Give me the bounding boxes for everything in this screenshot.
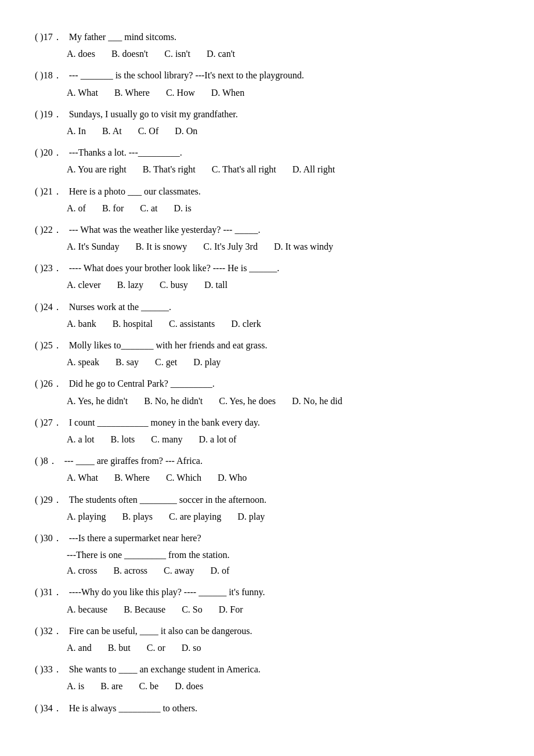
option-A: A. Yes, he didn't: [67, 393, 128, 409]
question-block: ( )18．--- _______ is the school library?…: [35, 67, 499, 100]
question-header: ( )25．: [35, 337, 62, 353]
option-A: A. playing: [67, 509, 106, 524]
question-header: ( )31．: [35, 584, 62, 600]
options-line: A. a lotB. lotsC. manyD. a lot of: [35, 431, 499, 447]
question-text: Sundays, I usually go to visit my grandf…: [69, 106, 238, 122]
option-A: A. a lot: [67, 431, 95, 447]
option-D: D. No, he did: [292, 393, 342, 409]
option-B: B. Where: [114, 85, 150, 100]
option-D: D. play: [193, 354, 221, 370]
option-C: C. It's July 3rd: [203, 239, 258, 254]
option-D: D. All right: [293, 161, 335, 177]
question-line: ( )33．She wants to ____ an exchange stud…: [35, 661, 499, 677]
question-text: I count ___________ money in the bank ev…: [69, 415, 260, 430]
question-block: ( )34．He is always _________ to others.: [35, 700, 499, 716]
option-A: A. because: [67, 602, 107, 617]
question-header: ( )24．: [35, 299, 62, 315]
question-header: ( )21．: [35, 183, 62, 199]
question-header: ( )20．: [35, 145, 62, 160]
option-A: A. and: [67, 640, 92, 656]
option-D: D. can't: [207, 46, 235, 62]
question-text: He is always _________ to others.: [69, 700, 197, 716]
question-block: ( )21．Here is a photo ___ our classmates…: [35, 183, 499, 216]
options-line: A. bankB. hospitalC. assistantsD. clerk: [35, 316, 499, 332]
option-D: D. so: [182, 640, 201, 656]
questions-container: ( )17．My father ___ mind sitcoms.A. does…: [35, 29, 499, 716]
question-line: ( )27．I count ___________ money in the b…: [35, 415, 499, 430]
option-B: B. plays: [122, 509, 153, 524]
option-B: B. No, he didn't: [144, 393, 203, 409]
option-C: C. many: [151, 431, 182, 447]
option-D: D. play: [237, 509, 265, 524]
question-text: --- What was the weather like yesterday?…: [69, 222, 261, 237]
question-text: --- ____ are giraffes from? --- Africa.: [64, 453, 203, 469]
question-text: Did he go to Central Park? _________.: [69, 376, 215, 391]
question-header: ( )30．: [35, 530, 62, 546]
option-A: A. clever: [67, 277, 101, 293]
question-line: ( )30．---Is there a supermarket near her…: [35, 530, 499, 546]
options-line: A. It's SundayB. It is snowyC. It's July…: [35, 239, 499, 254]
question-block: ( )24．Nurses work at the ______.A. bankB…: [35, 299, 499, 332]
question-header: ( )32．: [35, 623, 62, 639]
option-C: C. at: [140, 200, 157, 216]
option-C: C. get: [155, 354, 177, 370]
option-D: D. does: [175, 678, 203, 694]
options-line: A. doesB. doesn'tC. isn'tD. can't: [35, 46, 499, 62]
question-block: ( )19．Sundays, I usually go to visit my …: [35, 106, 499, 139]
option-C: C. Of: [138, 123, 159, 139]
option-B: B. hospital: [113, 316, 153, 332]
options-line: A. playingB. playsC. are playingD. play: [35, 509, 499, 524]
option-C: C. be: [139, 678, 158, 694]
option-B: B. for: [102, 200, 124, 216]
question-text: The students often ________ soccer in th…: [69, 492, 266, 507]
option-D: D. clerk: [231, 316, 261, 332]
option-A: A. is: [67, 678, 84, 694]
option-A: A. What: [67, 470, 98, 485]
option-B: B. Because: [124, 602, 165, 617]
question-line: ( )18．--- _______ is the school library?…: [35, 67, 499, 83]
option-A: A. of: [67, 200, 86, 216]
option-A: A. What: [67, 85, 98, 100]
options-line: A. WhatB. WhereC. HowD. When: [35, 85, 499, 100]
question-header: ( )34．: [35, 700, 62, 716]
option-C: C. How: [166, 85, 195, 100]
option-B: B. across: [113, 563, 147, 578]
options-line: A. andB. butC. orD. so: [35, 640, 499, 656]
question-header: ( )26．: [35, 376, 62, 391]
question-line: ( )29．The students often ________ soccer…: [35, 492, 499, 507]
option-B: B. but: [108, 640, 131, 656]
question-line: ( )25．Molly likes to_______ with her fri…: [35, 337, 499, 353]
options-line: A. becauseB. BecauseC. SoD. For: [35, 602, 499, 617]
option-D: D. When: [211, 85, 244, 100]
options-line: A. isB. areC. beD. does: [35, 678, 499, 694]
option-C: C. That's all right: [212, 161, 276, 177]
option-B: B. That's right: [143, 161, 196, 177]
option-B: B. It is snowy: [135, 239, 187, 254]
question-line: ( )22．--- What was the weather like yest…: [35, 222, 499, 237]
question-block: ( )17．My father ___ mind sitcoms.A. does…: [35, 29, 499, 62]
option-C: C. isn't: [164, 46, 190, 62]
question-block: ( )30．---Is there a supermarket near her…: [35, 530, 499, 579]
question-text: Molly likes to_______ with her friends a…: [69, 337, 268, 353]
question-block: ( )22．--- What was the weather like yest…: [35, 222, 499, 254]
option-D: D. is: [174, 200, 191, 216]
option-D: D. It was windy: [274, 239, 333, 254]
question-text: Here is a photo ___ our classmates.: [69, 183, 201, 199]
question-header: ( )33．: [35, 661, 62, 677]
option-C: C. assistants: [169, 316, 215, 332]
question-header: ( )23．: [35, 260, 62, 276]
question-line: ( )31．----Why do you like this play? ---…: [35, 584, 499, 600]
question-block: ( )25．Molly likes to_______ with her fri…: [35, 337, 499, 370]
options-line: A. WhatB. WhereC. WhichD. Who: [35, 470, 499, 485]
options-line: A. InB. AtC. OfD. On: [35, 123, 499, 139]
option-C: C. away: [164, 563, 194, 578]
question-line: ( )19．Sundays, I usually go to visit my …: [35, 106, 499, 122]
question-line: ( )23．---- What does your brother look l…: [35, 260, 499, 276]
option-C: C. Yes, he does: [219, 393, 276, 409]
question-block: ( )23．---- What does your brother look l…: [35, 260, 499, 293]
option-A: A. It's Sunday: [67, 239, 119, 254]
question-header: ( )19．: [35, 106, 62, 122]
option-D: D. Who: [218, 470, 247, 485]
question-line: ( )21．Here is a photo ___ our classmates…: [35, 183, 499, 199]
option-B: B. doesn't: [111, 46, 148, 62]
